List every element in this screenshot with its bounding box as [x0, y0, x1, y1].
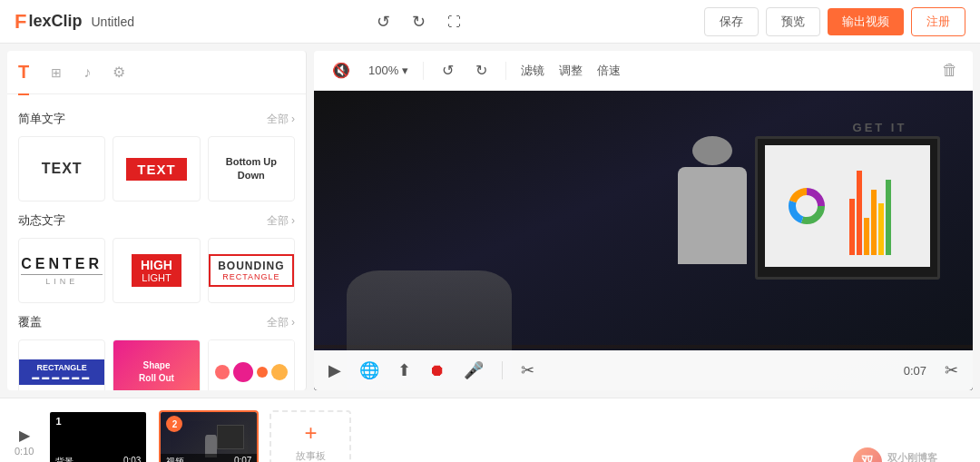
- add-clip-button[interactable]: + 故事板: [270, 410, 351, 462]
- tab-elements[interactable]: ⊞: [51, 54, 62, 93]
- bar-1: [849, 199, 855, 255]
- cover-dots[interactable]: [208, 339, 295, 390]
- speed-label[interactable]: 倍速: [597, 63, 621, 79]
- cover-rect-label: RECTANGLE ▬▬▬▬▬▬: [19, 359, 104, 385]
- bar-3: [864, 218, 869, 255]
- upload-button[interactable]: ⬆: [397, 360, 411, 380]
- record-button[interactable]: ⏺: [429, 361, 446, 380]
- header-controls: ↺ ↻ ⛶: [369, 8, 468, 35]
- delete-button[interactable]: 🗑: [942, 61, 958, 80]
- dot-2: [233, 362, 253, 382]
- clip-1[interactable]: 1 背景 0:03: [48, 410, 148, 462]
- template-red-box-label: TEXT: [126, 158, 186, 181]
- template-center-line[interactable]: CENTER LINE: [18, 238, 105, 303]
- template-center-line-content: CENTER LINE: [21, 256, 103, 286]
- export-button[interactable]: 输出视频: [828, 8, 904, 35]
- dot-4: [271, 364, 288, 380]
- globe-button[interactable]: 🌐: [359, 360, 379, 380]
- rotate-left-button[interactable]: ↺: [438, 58, 457, 83]
- clip-1-number: 1: [55, 416, 61, 427]
- volume-button[interactable]: 🔇: [328, 58, 354, 83]
- dot-1: [215, 365, 230, 379]
- video-monitor: [755, 136, 939, 280]
- dot-3: [257, 367, 268, 378]
- clip-2[interactable]: 2 视频 0:07: [159, 410, 259, 462]
- bar-4: [871, 190, 877, 255]
- undo-button[interactable]: ↺: [369, 8, 397, 35]
- clip-1-label: 背景 0:03: [50, 454, 146, 462]
- scissors-button[interactable]: ✂: [945, 360, 958, 380]
- person-head: [692, 136, 732, 165]
- preview-button[interactable]: 预览: [766, 7, 820, 36]
- add-clip-label: 故事板: [296, 449, 326, 463]
- person-body: [678, 167, 747, 264]
- clip-1-duration: 0:03: [123, 456, 141, 462]
- cover-shape-label: ShapeRoll Out: [139, 359, 174, 385]
- zoom-control[interactable]: 100% ▾: [368, 64, 408, 77]
- cover-section-header: 覆盖 全部 ›: [18, 314, 295, 330]
- monitor-screen: [765, 145, 929, 267]
- app-header: F lexClip Untitled ↺ ↻ ⛶ 保存 预览 输出视频 注册: [0, 0, 980, 44]
- logo-f: F: [15, 10, 26, 34]
- fullscreen-button[interactable]: ⛶: [440, 10, 468, 33]
- cover-rectangle[interactable]: RECTANGLE ▬▬▬▬▬▬: [18, 339, 105, 390]
- template-bounding-content: BOUNDING RECTANGLE: [209, 254, 293, 287]
- ctrl-divider: [502, 361, 503, 379]
- right-area: 🔇 100% ▾ ↺ ↻ 滤镜 调整 倍速 🗑 GET IT: [314, 51, 973, 390]
- bar-6: [886, 180, 891, 255]
- tab-text[interactable]: T: [18, 51, 29, 95]
- video-container: GET IT: [314, 91, 973, 390]
- animated-text-header: 动态文字 全部 ›: [18, 212, 295, 229]
- chart-container: [765, 158, 848, 255]
- bar-5: [878, 203, 884, 255]
- template-highlight[interactable]: HIGH LIGHT: [113, 238, 200, 303]
- save-button[interactable]: 保存: [704, 7, 759, 36]
- play-button[interactable]: ▶: [328, 360, 341, 380]
- mic-button[interactable]: 🎤: [464, 360, 484, 380]
- toolbar-divider-2: [505, 62, 506, 80]
- bar-chart: [848, 158, 930, 255]
- current-time: 0:07: [904, 364, 926, 378]
- timeline-play-button[interactable]: ▶: [19, 427, 30, 444]
- simple-text-grid: TEXT TEXT Bottom UpDown: [18, 136, 295, 202]
- video-scene: GET IT: [314, 91, 973, 390]
- template-highlight-content: HIGH LIGHT: [132, 254, 181, 287]
- clip-2-duration: 0:07: [234, 456, 251, 462]
- cover-grid: RECTANGLE ▬▬▬▬▬▬ ShapeRoll Out: [18, 339, 295, 390]
- add-clip-icon: +: [304, 420, 317, 446]
- panel-tabs: T ⊞ ♪ ⚙: [7, 51, 306, 94]
- person-silhouette: [663, 136, 762, 331]
- panel-content: 简单文字 全部 › TEXT TEXT Bottom UpDown 动态文字 全…: [7, 94, 306, 390]
- cut-button[interactable]: ✂: [521, 360, 534, 380]
- video-controls: ▶ 🌐 ⬆ ⏺ 🎤 ✂ 0:07 ✂: [314, 350, 973, 390]
- clip-1-name: 背景: [55, 456, 74, 462]
- redo-button[interactable]: ↻: [405, 8, 433, 35]
- cover-dots-content: [209, 340, 294, 390]
- template-bounding[interactable]: BOUNDING RECTANGLE: [208, 238, 295, 303]
- clip-preview-monitor: [217, 425, 244, 449]
- register-button[interactable]: 注册: [911, 7, 965, 36]
- filter-label[interactable]: 滤镜: [521, 63, 544, 79]
- cover-shape-rollout[interactable]: ShapeRoll Out: [113, 339, 200, 390]
- watermark-logo: 双: [853, 447, 882, 462]
- watermark-text: 双小刚博客 shaungxiaogang.com: [887, 451, 965, 463]
- template-red-box-text[interactable]: TEXT: [113, 136, 200, 202]
- adjust-label[interactable]: 调整: [559, 63, 583, 79]
- rotate-right-button[interactable]: ↻: [472, 58, 491, 83]
- template-plain-label: TEXT: [42, 161, 83, 177]
- timeline: ▶ 0:10 1 背景 0:03 2 视频 0:07 + 故事板: [0, 398, 980, 462]
- timeline-play: ▶ 0:10: [15, 427, 34, 457]
- template-bottom-up-down[interactable]: Bottom UpDown: [208, 136, 295, 202]
- template-plain-text[interactable]: TEXT: [18, 136, 105, 202]
- tab-settings[interactable]: ⚙: [113, 53, 125, 93]
- animated-text-more[interactable]: 全部 ›: [267, 213, 295, 229]
- bar-2: [857, 171, 862, 255]
- cover-shape-content: ShapeRoll Out: [113, 340, 199, 390]
- cover-more[interactable]: 全部 ›: [267, 315, 295, 330]
- tab-audio[interactable]: ♪: [83, 54, 91, 93]
- simple-text-more[interactable]: 全部 ›: [267, 112, 295, 127]
- timeline-time: 0:10: [15, 446, 34, 457]
- video-get-it-text: GET IT: [853, 121, 907, 134]
- watermark: 双 双小刚博客 shaungxiaogang.com: [853, 447, 965, 462]
- left-panel: T ⊞ ♪ ⚙ 简单文字 全部 › TEXT TEXT Bottom UpDow…: [7, 51, 307, 390]
